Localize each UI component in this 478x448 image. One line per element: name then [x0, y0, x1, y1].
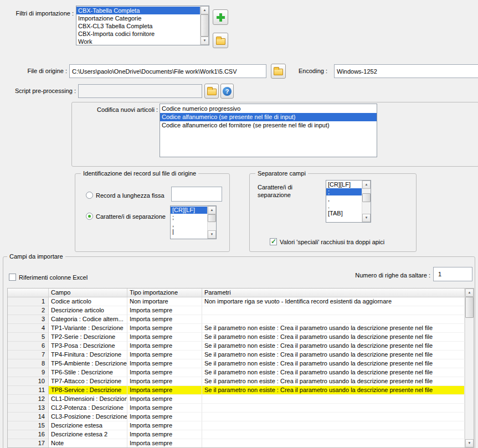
table-cell[interactable]: TP7-Attacco : Descrizione — [49, 377, 127, 386]
table-scrollbar[interactable] — [465, 289, 474, 447]
table-row[interactable]: 15Descrizione estesaImporta sempre — [8, 421, 465, 430]
column-header-campo[interactable]: Campo — [49, 289, 127, 297]
table-cell[interactable] — [202, 315, 465, 324]
table-row[interactable]: 17NoteImporta sempre — [8, 439, 465, 447]
table-row[interactable]: 13CL2-Potenza : DescrizioneImporta sempr… — [8, 404, 465, 413]
list-option[interactable]: Codice numerico progressivo — [160, 105, 377, 113]
scroll-down-button[interactable] — [201, 37, 209, 45]
scroll-track[interactable] — [362, 189, 371, 214]
table-cell[interactable]: Importa sempre — [127, 421, 202, 430]
list-option[interactable]: Work — [76, 38, 200, 45]
table-cell[interactable]: Importa sempre — [127, 439, 202, 447]
table-cell[interactable]: Se il parametro non esiste : Crea il par… — [202, 333, 465, 342]
table-cell[interactable]: Importa sempre — [127, 333, 202, 342]
table-cell[interactable]: Importa sempre — [127, 342, 202, 351]
table-cell[interactable]: TP4-Finitura : Descrizione — [49, 351, 127, 359]
table-cell[interactable]: Importa sempre — [127, 404, 202, 413]
table-cell[interactable]: TP6-Stile : Descrizione — [49, 368, 127, 377]
filters-listbox[interactable]: CBX-Tabella CompletaImportazione Categor… — [76, 6, 209, 45]
table-cell[interactable]: Se il parametro non esiste : Crea il par… — [202, 386, 465, 395]
table-cell[interactable]: TP1-Variante : Descrizione — [49, 324, 127, 333]
scroll-up-button[interactable] — [465, 289, 474, 297]
browse-script-button[interactable] — [204, 84, 219, 99]
table-row[interactable]: 12CL1-Dimensioni : DescrizioneImporta se… — [8, 395, 465, 404]
table-row[interactable]: 2Descrizione articoloImporta sempre — [8, 306, 465, 315]
scroll-down-button[interactable] — [208, 230, 216, 239]
table-row[interactable]: 9TP6-Stile : DescrizioneImporta sempreSe… — [8, 368, 465, 377]
list-option[interactable]: ; — [326, 188, 362, 195]
scroll-down-button[interactable] — [362, 214, 371, 222]
encoding-input[interactable] — [334, 64, 478, 78]
table-cell[interactable]: Non importare — [127, 297, 202, 306]
field-separator-listbox[interactable]: [CR][LF];,.[TAB] — [326, 180, 371, 223]
list-option[interactable]: CBX-CL3 Tabella Completa — [76, 22, 200, 30]
table-cell[interactable] — [202, 439, 465, 447]
table-cell[interactable]: Descrizione articolo — [49, 306, 127, 315]
table-row[interactable]: 4TP1-Variante : DescrizioneImporta sempr… — [8, 324, 465, 333]
table-row[interactable]: 14CL3-Posizione : DescrizioneImporta sem… — [8, 413, 465, 421]
table-cell[interactable]: TP2-Serie : Descrizione — [49, 333, 127, 342]
table-cell[interactable]: Importa sempre — [127, 430, 202, 439]
table-cell[interactable]: Non importare riga se vuoto - Identifica… — [202, 297, 465, 306]
table-cell[interactable]: Descrizione estesa 2 — [49, 430, 127, 439]
table-row[interactable]: 11TP8-Service : DescrizioneImporta sempr… — [8, 386, 465, 395]
scroll-track[interactable] — [208, 214, 216, 230]
table-cell[interactable]: Importa sempre — [127, 395, 202, 404]
table-cell[interactable]: Codice articolo — [49, 297, 127, 306]
table-cell[interactable]: Se il parametro non esiste : Crea il par… — [202, 342, 465, 351]
table-row[interactable]: 7TP4-Finitura : DescrizioneImporta sempr… — [8, 351, 465, 359]
table-row[interactable]: 8TP5-Ambiente : DescrizioneImporta sempr… — [8, 359, 465, 368]
table-cell[interactable]: Importa sempre — [127, 315, 202, 324]
table-cell[interactable]: CL3-Posizione : Descrizione — [49, 413, 127, 421]
script-input[interactable] — [78, 84, 202, 98]
list-option[interactable]: Importazione Categorie — [76, 14, 200, 22]
list-option[interactable]: | — [171, 228, 207, 235]
column-header-tipo[interactable]: Tipo importazione — [127, 289, 202, 297]
scroll-thumb[interactable] — [208, 214, 216, 222]
separator-radio[interactable] — [86, 213, 93, 220]
list-option[interactable]: , — [171, 221, 207, 228]
coding-listbox[interactable]: Codice numerico progressivoCodice alfanu… — [160, 104, 377, 157]
table-cell[interactable]: Descrizione estesa — [49, 421, 127, 430]
table-row[interactable]: 6TP3-Posa : DescrizioneImporta sempreSe … — [8, 342, 465, 351]
filters-scrollbar[interactable] — [200, 6, 209, 45]
scroll-thumb[interactable] — [201, 14, 209, 37]
fixed-length-radio[interactable] — [86, 192, 93, 199]
table-cell[interactable]: Se il parametro non esiste : Crea il par… — [202, 324, 465, 333]
table-cell[interactable]: Se il parametro non esiste : Crea il par… — [202, 368, 465, 377]
record-separator-listbox[interactable]: [CR][LF];,| — [170, 205, 217, 239]
scroll-up-button[interactable] — [362, 181, 371, 189]
table-cell[interactable]: TP3-Posa : Descrizione — [49, 342, 127, 351]
source-file-input[interactable] — [69, 64, 266, 78]
fixed-length-input[interactable] — [171, 187, 222, 202]
list-option[interactable]: CBX-Tabella Completa — [76, 7, 200, 14]
list-option[interactable]: [CR][LF] — [171, 207, 207, 214]
scroll-up-button[interactable] — [208, 206, 216, 214]
table-cell[interactable] — [202, 413, 465, 421]
script-help-button[interactable] — [220, 84, 234, 99]
table-cell[interactable] — [202, 395, 465, 404]
table-cell[interactable] — [202, 430, 465, 439]
table-row[interactable]: 5TP2-Serie : DescrizioneImporta sempreSe… — [8, 333, 465, 342]
quotes-checkbox[interactable] — [270, 238, 277, 245]
table-cell[interactable]: Se il parametro non esiste : Crea il par… — [202, 359, 465, 368]
list-option[interactable]: , — [326, 195, 362, 203]
table-cell[interactable]: CL2-Potenza : Descrizione — [49, 404, 127, 413]
table-cell[interactable]: Importa sempre — [127, 324, 202, 333]
table-cell[interactable]: CL1-Dimensioni : Descrizione — [49, 395, 127, 404]
table-cell[interactable]: TP5-Ambiente : Descrizione — [49, 359, 127, 368]
list-option[interactable]: [TAB] — [326, 210, 362, 217]
table-cell[interactable] — [202, 306, 465, 315]
skip-rows-input[interactable] — [433, 267, 472, 281]
list-option[interactable]: . — [326, 203, 362, 210]
table-cell[interactable]: Importa sempre — [127, 386, 202, 395]
table-cell[interactable]: Importa sempre — [127, 368, 202, 377]
table-cell[interactable]: Importa sempre — [127, 351, 202, 359]
browse-source-button[interactable] — [271, 64, 286, 79]
table-row[interactable]: 10TP7-Attacco : DescrizioneImporta sempr… — [8, 377, 465, 386]
scroll-track[interactable] — [465, 297, 474, 439]
list-option[interactable]: Codice alfanumerico (se presente nel fil… — [160, 113, 377, 121]
scroll-down-button[interactable] — [465, 439, 474, 447]
scroll-thumb[interactable] — [465, 297, 474, 318]
table-row[interactable]: 3Categoria : Codice altern...Importa sem… — [8, 315, 465, 324]
